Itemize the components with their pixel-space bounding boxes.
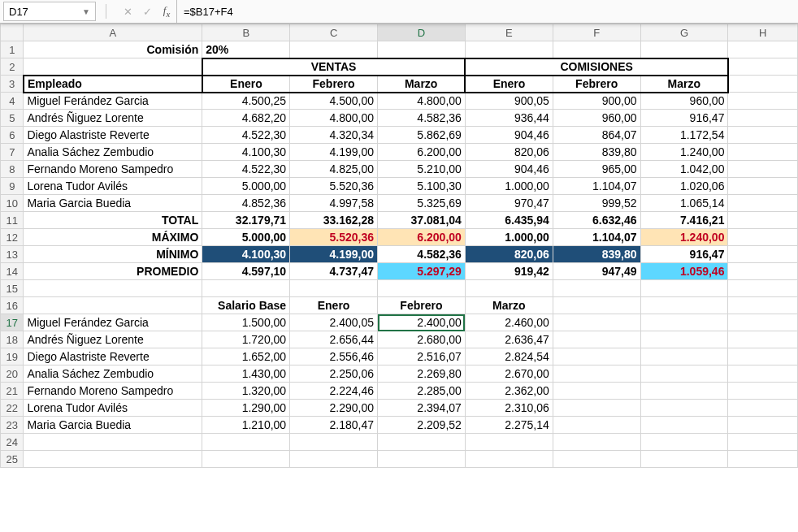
cell-D5[interactable]: 4.582,36 [378, 110, 466, 127]
cell-H25[interactable] [728, 451, 798, 468]
cell-D3[interactable]: Marzo [378, 76, 466, 93]
spreadsheet-grid[interactable]: A B C D E F G H 1 Comisión 20% 2 VENTAS … [0, 24, 798, 468]
accept-icon[interactable]: ✓ [137, 6, 157, 18]
cell-E18[interactable]: 2.636,47 [465, 331, 553, 348]
col-D[interactable]: D [378, 24, 466, 41]
cell-A12[interactable]: MÁXIMO [24, 229, 202, 246]
cell-E12[interactable]: 1.000,00 [465, 229, 553, 246]
cell-H7[interactable] [728, 144, 798, 161]
cell-E22[interactable]: 2.310,06 [465, 400, 553, 417]
cell-C4[interactable]: 4.500,00 [290, 93, 378, 110]
cell-F11[interactable]: 6.632,46 [553, 212, 640, 229]
cell-H17[interactable] [728, 314, 798, 331]
cell-C3[interactable]: Febrero [290, 76, 378, 93]
row-6[interactable]: 6 [1, 127, 24, 144]
cell-C12[interactable]: 5.520,36 [290, 229, 378, 246]
cell-A4[interactable]: Miguel Ferández Garcia [24, 93, 202, 110]
cell-E15[interactable] [465, 280, 553, 297]
cell-B22[interactable]: 1.290,00 [202, 400, 290, 417]
cell-H14[interactable] [728, 263, 798, 280]
cell-A16[interactable] [24, 297, 202, 314]
cell-F9[interactable]: 1.104,07 [553, 178, 640, 195]
cell-B15[interactable] [202, 280, 290, 297]
cell-D14[interactable]: 5.297,29 [378, 263, 466, 280]
row-9[interactable]: 9 [1, 178, 24, 195]
cell-C6[interactable]: 4.320,34 [290, 127, 378, 144]
cancel-icon[interactable]: ✕ [118, 6, 137, 18]
cell-F18[interactable] [553, 331, 640, 348]
cell-A21[interactable]: Fernando Moreno Sampedro [24, 383, 202, 400]
cell-G11[interactable]: 7.416,21 [640, 212, 728, 229]
cell-C7[interactable]: 4.199,00 [290, 144, 378, 161]
cell-E23[interactable]: 2.275,14 [465, 417, 553, 434]
row-2[interactable]: 2 [1, 58, 24, 76]
cell-F25[interactable] [553, 451, 640, 468]
cell-B23[interactable]: 1.210,00 [202, 417, 290, 434]
cell-G19[interactable] [640, 348, 728, 365]
fx-icon[interactable]: fx [157, 4, 176, 19]
cell-C25[interactable] [290, 451, 378, 468]
cell-H5[interactable] [728, 110, 798, 127]
cell-G4[interactable]: 960,00 [640, 93, 728, 110]
cell-C16[interactable]: Enero [290, 297, 378, 314]
cell-D25[interactable] [378, 451, 466, 468]
cell-A23[interactable]: Maria Garcia Buedia [24, 417, 202, 434]
cell-B3[interactable]: Enero [202, 76, 290, 93]
cell-A7[interactable]: Analia Sáchez Zembudio [24, 144, 202, 161]
cell-A20[interactable]: Analia Sáchez Zembudio [24, 365, 202, 383]
cell-C15[interactable] [290, 280, 378, 297]
cell-D10[interactable]: 5.325,69 [378, 195, 466, 212]
cell-G18[interactable] [640, 331, 728, 348]
cell-F20[interactable] [553, 365, 640, 383]
cell-G25[interactable] [640, 451, 728, 468]
cell-H23[interactable] [728, 417, 798, 434]
cell-F15[interactable] [553, 280, 640, 297]
cell-H15[interactable] [728, 280, 798, 297]
cell-B4[interactable]: 4.500,25 [202, 93, 290, 110]
cell-A5[interactable]: Andrés Ñiguez Lorente [24, 110, 202, 127]
cell-A14[interactable]: PROMEDIO [24, 263, 202, 280]
cell-G15[interactable] [640, 280, 728, 297]
row-12[interactable]: 12 [1, 229, 24, 246]
cell-F7[interactable]: 839,80 [553, 144, 640, 161]
cell-E21[interactable]: 2.362,00 [465, 383, 553, 400]
row-3[interactable]: 3 [1, 76, 24, 93]
cell-H4[interactable] [728, 93, 798, 110]
cell-G22[interactable] [640, 400, 728, 417]
cell-D9[interactable]: 5.100,30 [378, 178, 466, 195]
row-14[interactable]: 14 [1, 263, 24, 280]
cell-A8[interactable]: Fernando Moreno Sampedro [24, 161, 202, 178]
cell-B13[interactable]: 4.100,30 [202, 246, 290, 263]
cell-D19[interactable]: 2.516,07 [378, 348, 466, 365]
cell-B6[interactable]: 4.522,30 [202, 127, 290, 144]
cell-F22[interactable] [553, 400, 640, 417]
col-G[interactable]: G [640, 24, 728, 41]
cell-B10[interactable]: 4.852,36 [202, 195, 290, 212]
cell-G8[interactable]: 1.042,00 [640, 161, 728, 178]
cell-H20[interactable] [728, 365, 798, 383]
cell-F19[interactable] [553, 348, 640, 365]
formula-input[interactable]: =$B17+F4 [176, 0, 798, 23]
cell-E9[interactable]: 1.000,00 [465, 178, 553, 195]
cell-C19[interactable]: 2.556,46 [290, 348, 378, 365]
cell-C1[interactable] [290, 41, 378, 58]
cell-E24[interactable] [465, 434, 553, 451]
cell-C14[interactable]: 4.737,47 [290, 263, 378, 280]
cell-A13[interactable]: MÍNIMO [24, 246, 202, 263]
cell-B19[interactable]: 1.652,00 [202, 348, 290, 365]
cell-H6[interactable] [728, 127, 798, 144]
cell-A19[interactable]: Diego Alastriste Reverte [24, 348, 202, 365]
cell-D17[interactable]: 2.400,00 [378, 314, 466, 331]
cell-B16[interactable]: Salario Base [202, 297, 290, 314]
cell-E3[interactable]: Enero [465, 76, 553, 93]
cell-C5[interactable]: 4.800,00 [290, 110, 378, 127]
cell-A15[interactable] [24, 280, 202, 297]
cell-H2[interactable] [728, 58, 798, 76]
cell-H22[interactable] [728, 400, 798, 417]
cell-E6[interactable]: 904,46 [465, 127, 553, 144]
cell-A9[interactable]: Lorena Tudor Avilés [24, 178, 202, 195]
cell-D1[interactable] [378, 41, 466, 58]
cell-A18[interactable]: Andrés Ñiguez Lorente [24, 331, 202, 348]
cell-E2[interactable]: COMISIONES [465, 58, 728, 76]
col-H[interactable]: H [728, 24, 798, 41]
